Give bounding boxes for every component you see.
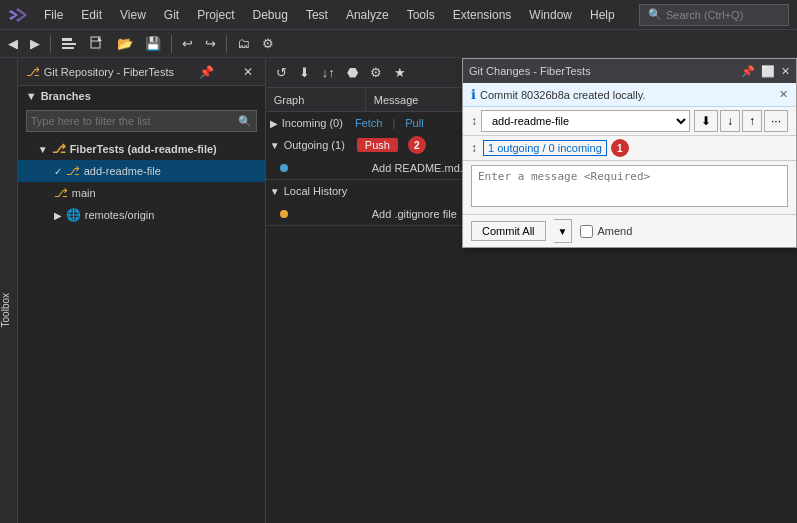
gc-float-icon[interactable]: ⬜ bbox=[761, 65, 775, 78]
amend-checkbox-label[interactable]: Amend bbox=[580, 225, 632, 238]
fetch-btn[interactable]: ⬇ bbox=[295, 63, 314, 82]
gc-info-close-btn[interactable]: ✕ bbox=[779, 88, 788, 101]
local-commit-message: Add .gitignore file bbox=[372, 208, 457, 220]
current-branch-icon: ⎇ bbox=[66, 164, 80, 178]
separator-1 bbox=[50, 35, 51, 53]
menu-search-box[interactable]: 🔍 Search (Ctrl+Q) bbox=[639, 4, 789, 26]
search-icon: 🔍 bbox=[648, 8, 662, 21]
more-options-btn[interactable]: ··· bbox=[764, 110, 788, 132]
gc-title-controls: 📌 ⬜ ✕ bbox=[741, 65, 790, 78]
collapse-icon: ▼ bbox=[38, 144, 48, 155]
menu-extensions[interactable]: Extensions bbox=[445, 4, 520, 26]
refresh-history-btn[interactable]: ↺ bbox=[272, 63, 291, 82]
close-panel-btn[interactable]: ✕ bbox=[239, 63, 257, 81]
folder-btn[interactable]: 🗂 bbox=[233, 34, 254, 53]
fetch-link[interactable]: Fetch bbox=[355, 117, 383, 129]
open-file-btn[interactable]: 📂 bbox=[113, 34, 137, 53]
amend-label: Amend bbox=[597, 225, 632, 237]
pull-link[interactable]: Pull bbox=[405, 117, 423, 129]
branch-check-icon: ✓ bbox=[54, 166, 62, 177]
undo-btn[interactable]: ↩ bbox=[178, 34, 197, 53]
menu-analyze[interactable]: Analyze bbox=[338, 4, 397, 26]
settings-btn[interactable]: ⚙ bbox=[258, 34, 278, 53]
menu-window[interactable]: Window bbox=[521, 4, 580, 26]
redo-btn[interactable]: ↪ bbox=[201, 34, 220, 53]
amend-checkbox[interactable] bbox=[580, 225, 593, 238]
commit-dropdown-btn[interactable]: ▼ bbox=[554, 219, 573, 243]
new-file-btn[interactable] bbox=[85, 34, 109, 54]
forward-button[interactable]: ▶ bbox=[26, 34, 44, 53]
menu-edit[interactable]: Edit bbox=[73, 4, 110, 26]
graph-dot-local bbox=[280, 210, 288, 218]
remote-label: remotes/origin bbox=[85, 209, 155, 221]
main-branch-icon: ⎇ bbox=[54, 186, 68, 200]
main-label: main bbox=[72, 187, 96, 199]
expand-icon: ▼ bbox=[26, 90, 37, 102]
save-btn[interactable]: 💾 bbox=[141, 34, 165, 53]
search-placeholder: Search (Ctrl+Q) bbox=[666, 9, 743, 21]
info-icon: ℹ bbox=[471, 87, 476, 102]
git-repository-panel: ⎇ Git Repository - FiberTests 📌 ✕ ▼ Bran… bbox=[18, 58, 266, 523]
commit-message-input[interactable] bbox=[471, 165, 788, 207]
main-toolbar: ◀ ▶ 📂 💾 ↩ ↪ 🗂 ⚙ bbox=[0, 30, 797, 58]
menu-view[interactable]: View bbox=[112, 4, 154, 26]
menu-git[interactable]: Git bbox=[156, 4, 187, 26]
local-expand-icon: ▼ bbox=[270, 186, 280, 197]
menu-project[interactable]: Project bbox=[189, 4, 242, 26]
incoming-expand-icon: ▶ bbox=[270, 118, 278, 129]
back-button[interactable]: ◀ bbox=[4, 34, 22, 53]
push-button[interactable]: Push bbox=[357, 138, 398, 152]
gc-branch-bar: ↕ add-readme-file ⬇ ↓ ↑ ··· bbox=[463, 107, 796, 136]
step-2-badge: 2 bbox=[408, 136, 426, 154]
separator-3 bbox=[226, 35, 227, 53]
solution-explorer-btn[interactable] bbox=[57, 34, 81, 54]
header-graph-label: Graph bbox=[274, 94, 305, 106]
branch-add-readme-file[interactable]: ✓ ⎇ add-readme-file bbox=[18, 160, 265, 182]
gc-close-icon[interactable]: ✕ bbox=[781, 65, 790, 78]
branch-filter-box[interactable]: 🔍 bbox=[26, 110, 257, 132]
git-repo-icon: ⎇ bbox=[26, 65, 40, 79]
main-layout: Toolbox ⎇ Git Repository - FiberTests 📌 … bbox=[0, 58, 797, 523]
outgoing-label: Outgoing (1) bbox=[284, 139, 345, 151]
menu-tools[interactable]: Tools bbox=[399, 4, 443, 26]
column-settings-btn[interactable]: ⚙ bbox=[366, 63, 386, 82]
pull-btn[interactable]: ↓↑ bbox=[318, 63, 339, 82]
header-graph[interactable]: Graph bbox=[266, 88, 366, 111]
sync-link[interactable]: 1 outgoing / 0 incoming bbox=[483, 140, 607, 156]
gc-info-message: Commit 80326b8a created locally. bbox=[480, 89, 646, 101]
menu-help[interactable]: Help bbox=[582, 4, 623, 26]
fetch-all-btn[interactable]: ⬇ bbox=[694, 110, 718, 132]
commit-message: Add README.md... bbox=[372, 162, 469, 174]
sync-icon: ↕ bbox=[471, 141, 477, 155]
menu-file[interactable]: File bbox=[36, 4, 71, 26]
filter-branches-btn[interactable]: ⬣ bbox=[343, 63, 362, 82]
pull-branch-btn[interactable]: ↓ bbox=[720, 110, 740, 132]
gc-message-area bbox=[463, 161, 796, 214]
local-history-label: Local History bbox=[284, 185, 348, 197]
repo-root-item[interactable]: ▼ ⎇ FiberTests (add-readme-file) bbox=[18, 138, 265, 160]
repo-label: FiberTests (add-readme-file) bbox=[70, 143, 217, 155]
step-1-badge: 1 bbox=[611, 139, 629, 157]
star-btn[interactable]: ★ bbox=[390, 63, 410, 82]
sync-arrows-icon: ↕ bbox=[471, 114, 477, 128]
push-branch-btn[interactable]: ↑ bbox=[742, 110, 762, 132]
branch-filter-input[interactable] bbox=[31, 115, 234, 127]
branch-label: add-readme-file bbox=[84, 165, 161, 177]
pin-panel-btn[interactable]: 📌 bbox=[195, 63, 218, 81]
graph-cell-outgoing bbox=[266, 156, 366, 179]
branch-remotes-origin[interactable]: ▶ 🌐 remotes/origin bbox=[18, 204, 265, 226]
menu-debug[interactable]: Debug bbox=[245, 4, 296, 26]
gc-pin-icon[interactable]: 📌 bbox=[741, 65, 755, 78]
branch-tree: ▼ ⎇ FiberTests (add-readme-file) ✓ ⎇ add… bbox=[18, 136, 265, 523]
incoming-label: Incoming (0) bbox=[282, 117, 343, 129]
branch-selector[interactable]: add-readme-file bbox=[481, 110, 690, 132]
commit-all-button[interactable]: Commit All bbox=[471, 221, 546, 241]
branch-main[interactable]: ⎇ main bbox=[18, 182, 265, 204]
ide-background: File Edit View Git Project Debug Test An… bbox=[0, 0, 797, 523]
gc-title-text: Git Changes - FiberTests bbox=[469, 65, 737, 77]
svg-rect-1 bbox=[62, 43, 76, 45]
vs-logo bbox=[8, 5, 28, 25]
menu-test[interactable]: Test bbox=[298, 4, 336, 26]
svg-rect-0 bbox=[62, 38, 72, 41]
toolbox-label[interactable]: Toolbox bbox=[0, 293, 11, 327]
